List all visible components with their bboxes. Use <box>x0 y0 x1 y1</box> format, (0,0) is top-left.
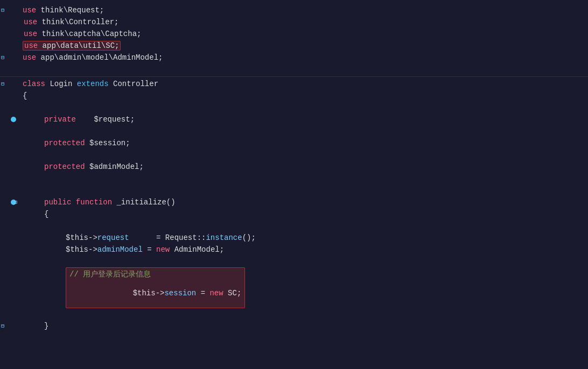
token: use <box>24 41 38 50</box>
table-row <box>0 220 588 232</box>
token: { <box>23 91 27 100</box>
token: instance <box>206 233 242 242</box>
table-row: ⊟ use think\Request; <box>0 4 588 16</box>
token: use <box>23 18 37 26</box>
gutter-21 <box>0 232 23 244</box>
token: $request; <box>76 115 135 124</box>
gutter-22 <box>0 244 23 256</box>
code-line-3: use think\captcha\Captcha; <box>23 28 141 40</box>
fold-icon-8[interactable]: ⊟ <box>1 81 4 87</box>
fold-icon-18[interactable]: ⊟ <box>14 199 17 205</box>
token: (); <box>242 233 256 242</box>
fold-icon-27[interactable]: ⊟ <box>1 323 4 329</box>
table-row <box>0 149 588 161</box>
code-line-26 <box>23 308 27 320</box>
gutter-10 <box>0 102 23 113</box>
gutter-13 <box>0 137 23 149</box>
code-line-12 <box>23 125 27 137</box>
token: Login <box>45 80 77 88</box>
code-line-13: protected $session; <box>23 137 130 149</box>
table-row: protected $adminModel; <box>0 161 588 173</box>
gutter-16 <box>0 173 23 184</box>
token: protected <box>44 139 85 147</box>
code-line-20 <box>23 220 27 232</box>
code-line-9: { <box>23 90 27 102</box>
gutter-6 <box>0 63 23 75</box>
gutter-18: ⊟ <box>0 196 23 208</box>
table-row: // 用户登录后记录信息 $this->session = new SC; <box>0 267 588 308</box>
code-line-24-25: // 用户登录后记录信息 $this->session = new SC; <box>23 267 245 308</box>
token: private <box>44 115 76 124</box>
table-row: ⊟ } <box>0 320 588 332</box>
token: $this->session = new SC; <box>69 280 241 306</box>
table-row: ⊟ public function _initialize() <box>0 196 588 208</box>
token: think\Request; <box>36 6 104 15</box>
gutter-9 <box>0 90 23 102</box>
gutter-17 <box>0 184 23 196</box>
gutter-19 <box>0 208 23 220</box>
token: { <box>44 210 48 218</box>
gutter-5: ⊟ <box>0 52 23 63</box>
token: $this-> <box>133 289 165 297</box>
code-line-27: } <box>23 320 48 332</box>
token: app\admin\model\AdminModel; <box>36 53 163 62</box>
code-line-14 <box>23 149 27 161</box>
highlight-box-1: use app\data\util\SC; <box>23 41 121 51</box>
token: use <box>23 6 36 15</box>
table-row <box>0 173 588 184</box>
code-line-4: use app\data\util\SC; <box>23 40 121 52</box>
token: SC; <box>223 289 242 297</box>
gutter-26 <box>0 308 23 320</box>
table-row: ⊟ class Login extends Controller <box>0 78 588 90</box>
gutter-2 <box>0 16 23 28</box>
fold-icon-5[interactable]: ⊟ <box>1 54 4 61</box>
table-row <box>0 256 588 267</box>
token: = <box>143 245 156 254</box>
token: use <box>23 30 37 38</box>
token: function <box>76 198 112 207</box>
code-line-17 <box>23 184 27 196</box>
token: session <box>164 289 196 297</box>
table-row: protected $session; <box>0 137 588 149</box>
table-row: use think\captcha\Captcha; <box>0 28 588 40</box>
gutter-27: ⊟ <box>0 320 23 332</box>
table-row <box>0 102 588 113</box>
token: new <box>156 245 170 254</box>
code-line-23 <box>23 256 27 267</box>
token: $adminModel; <box>85 162 144 171</box>
token: $session; <box>85 139 130 147</box>
token: extends <box>77 80 109 88</box>
code-line-22: $this->adminModel = new AdminModel; <box>23 244 224 256</box>
code-line-16 <box>23 173 27 184</box>
token: $this-> <box>66 245 97 254</box>
fold-icon-1[interactable]: ⊟ <box>1 7 4 13</box>
gutter-1: ⊟ <box>0 4 23 16</box>
token: = <box>196 289 209 297</box>
code-line-11: private $request; <box>23 113 135 125</box>
breakpoint-dot-11[interactable] <box>11 117 16 122</box>
separator <box>0 76 588 77</box>
table-row <box>0 184 588 196</box>
token: think\Controller; <box>37 18 118 26</box>
gutter-8: ⊟ <box>0 78 23 90</box>
token: AdminModel; <box>170 245 224 254</box>
token: new <box>209 289 223 297</box>
code-editor: ⊟ use think\Request; use think\Controlle… <box>0 0 588 369</box>
token: class <box>23 80 45 88</box>
table-row: private $request; <box>0 113 588 125</box>
code-line-2: use think\Controller; <box>23 16 118 28</box>
token: _initialize() <box>112 198 176 207</box>
token: Controller <box>109 80 158 88</box>
table-row: { <box>0 208 588 220</box>
token: adminModel <box>97 245 143 254</box>
gutter-4 <box>0 40 23 52</box>
table-row <box>0 308 588 320</box>
table-row: $this->adminModel = new AdminModel; <box>0 244 588 256</box>
code-line-8: class Login extends Controller <box>23 78 158 90</box>
token: use <box>23 53 36 62</box>
code-line-18: public function _initialize() <box>23 196 176 208</box>
code-line-10 <box>23 102 27 113</box>
table-row: use think\Controller; <box>0 16 588 28</box>
token: protected <box>44 162 85 171</box>
table-row: $this->request = Request::instance(); <box>0 232 588 244</box>
